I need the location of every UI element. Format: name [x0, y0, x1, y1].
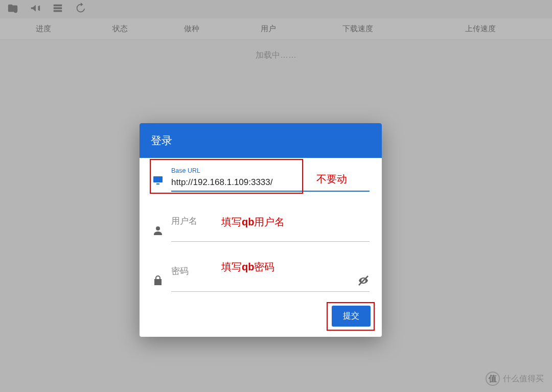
watermark-text: 什么值得买 — [503, 374, 544, 384]
dialog-title: 登录 — [140, 123, 382, 158]
url-field: Base URL — [152, 167, 370, 192]
svg-rect-5 — [156, 183, 159, 185]
svg-rect-4 — [153, 176, 163, 182]
url-input[interactable] — [171, 175, 370, 192]
password-label: 密码 — [171, 265, 370, 277]
watermark: 值 什么值得买 — [486, 372, 544, 386]
login-dialog: 登录 Base URL 用户名 — [140, 123, 382, 337]
svg-point-6 — [156, 226, 160, 230]
person-icon — [152, 224, 164, 239]
lock-icon — [152, 274, 164, 289]
url-label: Base URL — [171, 167, 370, 174]
username-label: 用户名 — [171, 215, 370, 227]
username-input[interactable] — [171, 228, 370, 242]
monitor-icon — [152, 174, 164, 189]
password-field: 密码 — [152, 265, 370, 292]
submit-button[interactable]: 提交 — [332, 306, 371, 327]
password-input[interactable] — [171, 278, 370, 292]
visibility-off-icon[interactable] — [357, 274, 370, 289]
username-field: 用户名 — [152, 215, 370, 242]
watermark-badge: 值 — [486, 372, 500, 386]
